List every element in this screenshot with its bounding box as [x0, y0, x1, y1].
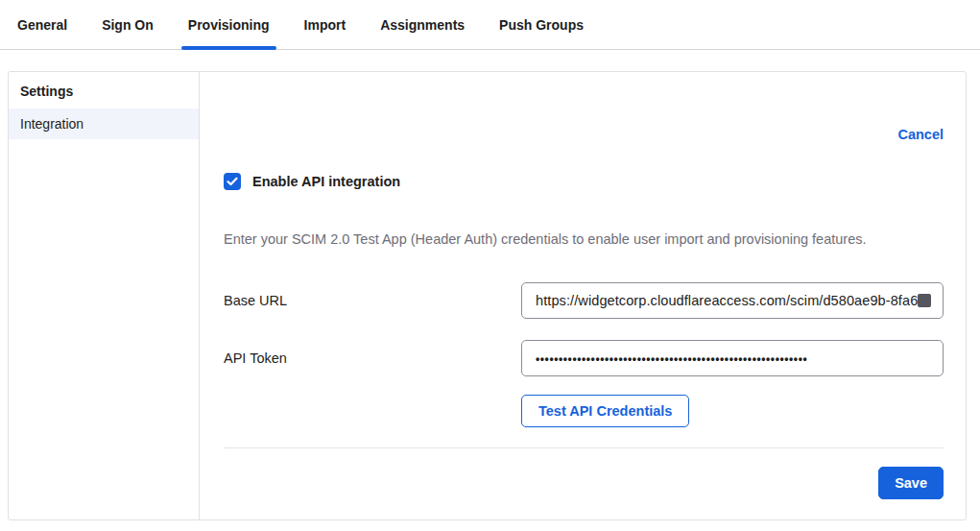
tab-label: General — [17, 17, 67, 33]
tab-label: Assignments — [380, 17, 465, 33]
integration-settings-content: Cancel Enable API integration Enter your… — [200, 72, 966, 519]
app-tab-bar: General Sign On Provisioning Import Assi… — [0, 0, 980, 50]
tab-sign-on[interactable]: Sign On — [95, 0, 160, 49]
tab-provisioning[interactable]: Provisioning — [181, 0, 276, 49]
test-credentials-row: Test API Credentials — [224, 395, 944, 427]
sidebar-header-settings: Settings — [9, 72, 199, 109]
provisioning-panel: Settings Integration Cancel Enable API i… — [8, 71, 967, 520]
checkmark-icon — [227, 177, 238, 186]
cancel-button[interactable]: Cancel — [897, 127, 944, 142]
footer-divider — [224, 447, 944, 448]
credentials-description: Enter your SCIM 2.0 Test App (Header Aut… — [224, 231, 944, 247]
base-url-value: https://widgetcorp.cloudflareaccess.com/… — [536, 293, 918, 308]
clipped-text-block-icon — [918, 294, 931, 307]
tab-import[interactable]: Import — [298, 0, 353, 49]
save-row: Save — [224, 467, 944, 499]
api-token-input[interactable] — [521, 340, 944, 376]
sidebar-item-integration[interactable]: Integration — [9, 109, 199, 139]
tab-label: Import — [304, 17, 347, 33]
settings-sidebar: Settings Integration — [9, 72, 200, 519]
api-token-label: API Token — [224, 350, 521, 366]
base-url-label: Base URL — [224, 293, 521, 308]
enable-api-label: Enable API integration — [252, 174, 400, 189]
tab-label: Push Groups — [499, 17, 584, 33]
enable-api-row: Enable API integration — [224, 173, 944, 190]
base-url-row: Base URL https://widgetcorp.cloudflareac… — [224, 282, 944, 319]
base-url-input[interactable]: https://widgetcorp.cloudflareaccess.com/… — [521, 282, 944, 319]
active-tab-underline — [181, 46, 276, 50]
tab-label: Sign On — [102, 17, 154, 33]
tab-general[interactable]: General — [11, 0, 74, 49]
tab-push-groups[interactable]: Push Groups — [492, 0, 590, 49]
api-token-row: API Token — [224, 340, 944, 376]
test-api-credentials-button[interactable]: Test API Credentials — [521, 395, 689, 427]
save-button[interactable]: Save — [878, 467, 944, 499]
cancel-row: Cancel — [224, 126, 944, 143]
enable-api-checkbox[interactable] — [224, 173, 241, 190]
tab-assignments[interactable]: Assignments — [373, 0, 471, 49]
tab-label: Provisioning — [188, 17, 270, 33]
